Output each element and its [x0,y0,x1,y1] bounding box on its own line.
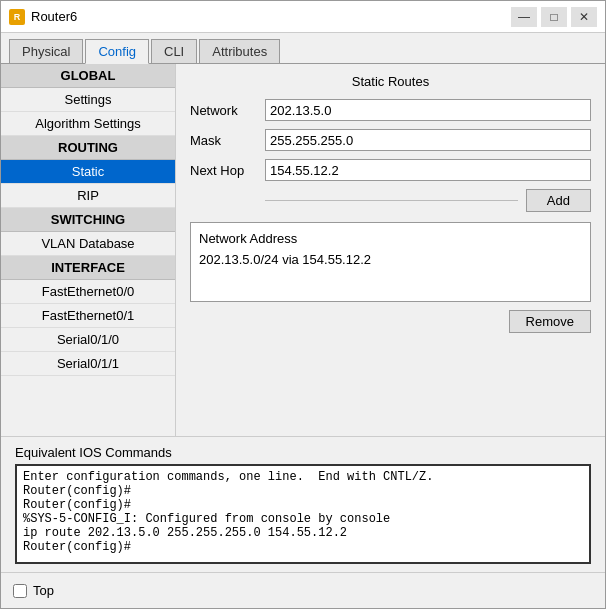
tab-bar: Physical Config CLI Attributes [1,33,605,64]
sidebar-item-serial010[interactable]: Serial0/1/0 [1,328,175,352]
network-label: Network [190,103,265,118]
network-address-box: Network Address 202.13.5.0/24 via 154.55… [190,222,591,302]
sidebar-item-rip[interactable]: RIP [1,184,175,208]
remove-row: Remove [190,310,591,333]
svg-text:R: R [14,12,21,22]
remove-button[interactable]: Remove [509,310,591,333]
bottom-bar: Top [1,572,605,608]
app-icon: R [9,9,25,25]
mask-label: Mask [190,133,265,148]
ios-line: Router(config)# [23,540,583,554]
network-address-entry[interactable]: 202.13.5.0/24 via 154.55.12.2 [199,252,582,267]
sidebar-item-fastethernet01[interactable]: FastEthernet0/1 [1,304,175,328]
mask-row: Mask [190,129,591,151]
network-address-title: Network Address [199,231,582,246]
sidebar: GLOBAL Settings Algorithm Settings ROUTI… [1,64,176,436]
ios-label: Equivalent IOS Commands [15,445,591,460]
top-checkbox-input[interactable] [13,584,27,598]
window-title: Router6 [31,9,511,24]
title-bar: R Router6 — □ ✕ [1,1,605,33]
network-input[interactable] [265,99,591,121]
window-controls: — □ ✕ [511,7,597,27]
sidebar-section-switching: SWITCHING [1,208,175,232]
ios-line: %SYS-5-CONFIG_I: Configured from console… [23,512,583,526]
separator-line [265,200,518,201]
nexthop-input[interactable] [265,159,591,181]
sidebar-item-fastethernet00[interactable]: FastEthernet0/0 [1,280,175,304]
sidebar-section-global: GLOBAL [1,64,175,88]
nexthop-row: Next Hop [190,159,591,181]
nexthop-label: Next Hop [190,163,265,178]
ios-line: Router(config)# [23,498,583,512]
sidebar-item-vlan-database[interactable]: VLAN Database [1,232,175,256]
tab-cli[interactable]: CLI [151,39,197,63]
ios-section: Equivalent IOS Commands Enter configurat… [1,436,605,572]
static-routes-title: Static Routes [190,74,591,89]
minimize-button[interactable]: — [511,7,537,27]
main-window: R Router6 — □ ✕ Physical Config CLI Attr… [0,0,606,609]
top-label: Top [33,583,54,598]
sidebar-item-settings[interactable]: Settings [1,88,175,112]
ios-line: Enter configuration commands, one line. … [23,470,583,484]
mask-input[interactable] [265,129,591,151]
top-checkbox[interactable]: Top [13,583,54,598]
network-row: Network [190,99,591,121]
maximize-button[interactable]: □ [541,7,567,27]
add-button[interactable]: Add [526,189,591,212]
sidebar-item-algorithm-settings[interactable]: Algorithm Settings [1,112,175,136]
sidebar-scroll[interactable]: GLOBAL Settings Algorithm Settings ROUTI… [1,64,175,436]
ios-line: Router(config)# [23,484,583,498]
tab-config[interactable]: Config [85,39,149,64]
sidebar-item-static[interactable]: Static [1,160,175,184]
ios-line: ip route 202.13.5.0 255.255.255.0 154.55… [23,526,583,540]
sidebar-item-serial011[interactable]: Serial0/1/1 [1,352,175,376]
content-area: Static Routes Network Mask Next Hop Add … [176,64,605,436]
main-content: GLOBAL Settings Algorithm Settings ROUTI… [1,64,605,436]
sidebar-section-interface: INTERFACE [1,256,175,280]
ios-terminal[interactable]: Enter configuration commands, one line. … [15,464,591,564]
tab-physical[interactable]: Physical [9,39,83,63]
tab-attributes[interactable]: Attributes [199,39,280,63]
add-row: Add [190,189,591,212]
sidebar-section-routing: ROUTING [1,136,175,160]
close-button[interactable]: ✕ [571,7,597,27]
